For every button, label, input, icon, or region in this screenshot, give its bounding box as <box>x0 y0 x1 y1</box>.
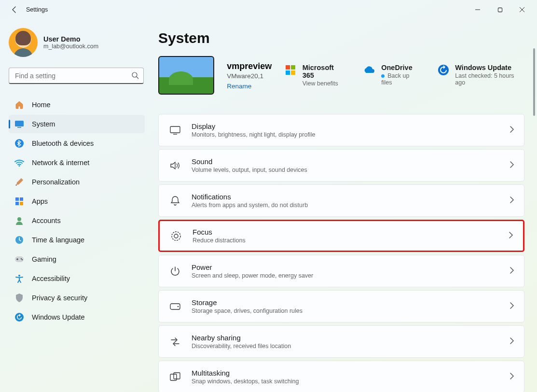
onedrive-title: OneDrive <box>381 64 421 71</box>
chevron-right-icon <box>509 302 514 311</box>
settings-item-power[interactable]: PowerScreen and sleep, power mode, energ… <box>158 255 524 287</box>
chevron-right-icon <box>509 337 514 346</box>
svg-point-14 <box>22 259 23 260</box>
search-icon <box>131 71 139 81</box>
account-profile[interactable]: User Demo m_lab@outlook.com <box>9 28 145 57</box>
svg-point-1 <box>132 72 137 77</box>
svg-point-26 <box>178 306 179 307</box>
focus-icon <box>170 230 182 242</box>
sidebar-item-label: Bluetooth & devices <box>32 140 94 147</box>
device-thumbnail[interactable] <box>158 56 214 95</box>
chevron-right-icon <box>509 373 514 381</box>
sound-icon <box>169 160 181 171</box>
quick-link-ms365[interactable]: Microsoft 365 View benefits <box>284 64 346 87</box>
svg-rect-8 <box>15 202 19 205</box>
nav-list: HomeSystemBluetooth & devicesNetwork & i… <box>9 96 145 326</box>
sidebar-item-home[interactable]: Home <box>9 96 145 114</box>
sidebar-item-label: Home <box>32 101 51 109</box>
sidebar-item-system[interactable]: System <box>9 115 145 133</box>
back-button[interactable] <box>9 4 20 15</box>
sidebar-item-bluetooth[interactable]: Bluetooth & devices <box>9 134 145 153</box>
close-button[interactable] <box>511 2 533 17</box>
search-wrap <box>9 68 144 84</box>
svg-rect-22 <box>170 126 180 133</box>
sidebar-item-time[interactable]: Time & language <box>9 231 145 249</box>
svg-point-15 <box>18 275 20 277</box>
display-icon <box>169 125 181 136</box>
device-model: VMware20,1 <box>227 72 272 80</box>
svg-rect-0 <box>498 8 502 12</box>
sidebar-item-network[interactable]: Network & internet <box>9 154 145 172</box>
sidebar-item-update[interactable]: Windows Update <box>9 308 145 326</box>
user-name: User Demo <box>43 35 98 43</box>
sidebar-item-personalization[interactable]: Personalization <box>9 173 145 191</box>
sidebar-item-gaming[interactable]: Gaming <box>9 250 145 268</box>
nearby-icon <box>169 336 181 348</box>
svg-point-23 <box>172 232 180 240</box>
windows-update-icon <box>437 64 449 76</box>
sidebar-item-apps[interactable]: Apps <box>9 192 145 210</box>
sidebar-item-privacy[interactable]: Privacy & security <box>9 289 145 307</box>
notifications-icon <box>169 195 181 207</box>
update-title: Windows Update <box>455 64 524 71</box>
item-title: Display <box>192 122 315 130</box>
update-sub: Last checked: 5 hours ago <box>455 72 524 86</box>
apps-icon <box>14 196 24 206</box>
sidebar-item-accessibility[interactable]: Accessibility <box>9 269 145 288</box>
settings-item-sound[interactable]: SoundVolume levels, output, input, sound… <box>158 149 524 182</box>
search-input[interactable] <box>9 68 144 84</box>
rename-link[interactable]: Rename <box>227 83 272 90</box>
storage-icon <box>169 301 181 312</box>
item-subtitle: Screen and sleep, power mode, energy sav… <box>192 272 313 279</box>
item-subtitle: Snap windows, desktops, task switching <box>192 378 299 385</box>
item-title: Nearby sharing <box>192 334 291 342</box>
settings-item-focus[interactable]: FocusReduce distractions <box>158 220 524 252</box>
bluetooth-icon <box>14 139 24 148</box>
item-title: Notifications <box>192 193 308 201</box>
svg-point-13 <box>21 258 22 259</box>
sidebar-item-label: Privacy & security <box>32 294 87 302</box>
sidebar-item-label: Windows Update <box>32 313 85 321</box>
settings-item-nearby[interactable]: Nearby sharingDiscoverability, received … <box>158 325 524 358</box>
main-content: System vmpreview VMware20,1 Rename <box>150 19 537 392</box>
privacy-icon <box>14 293 24 303</box>
scrollbar[interactable] <box>533 48 535 116</box>
maximize-button[interactable] <box>489 2 511 17</box>
item-title: Storage <box>192 298 303 307</box>
quick-link-onedrive[interactable]: OneDrive Back up files <box>363 64 421 86</box>
home-icon <box>14 100 24 110</box>
item-title: Power <box>192 263 313 271</box>
accounts-icon <box>14 216 24 225</box>
device-name: vmpreview <box>227 61 272 71</box>
titlebar: Settings <box>0 0 537 19</box>
settings-item-display[interactable]: DisplayMonitors, brightness, night light… <box>158 114 524 146</box>
system-icon <box>14 119 24 129</box>
gaming-icon <box>14 254 24 264</box>
onedrive-icon <box>363 64 375 76</box>
chevron-right-icon <box>509 126 514 135</box>
chevron-right-icon <box>509 232 513 240</box>
minimize-button[interactable] <box>467 2 489 17</box>
avatar <box>9 28 38 57</box>
item-title: Multitasking <box>192 369 299 377</box>
svg-rect-17 <box>286 65 290 70</box>
settings-item-multitasking[interactable]: MultitaskingSnap windows, desktops, task… <box>158 361 524 392</box>
settings-item-notifications[interactable]: NotificationsAlerts from apps and system… <box>158 184 524 217</box>
settings-item-storage[interactable]: StorageStorage space, drives, configurat… <box>158 290 524 322</box>
sidebar-item-label: Accounts <box>32 217 61 224</box>
quick-link-update[interactable]: Windows Update Last checked: 5 hours ago <box>437 64 524 86</box>
time-icon <box>14 235 24 245</box>
user-email: m_lab@outlook.com <box>43 43 98 50</box>
page-title: System <box>158 30 524 46</box>
sidebar-item-accounts[interactable]: Accounts <box>9 211 145 230</box>
svg-point-10 <box>17 217 21 221</box>
sidebar-item-label: Network & internet <box>32 159 89 167</box>
item-subtitle: Volume levels, output, input, sound devi… <box>192 167 307 173</box>
svg-rect-2 <box>15 121 24 126</box>
window-title: Settings <box>26 6 48 13</box>
item-subtitle: Storage space, drives, configuration rul… <box>192 308 303 314</box>
svg-point-5 <box>19 165 20 167</box>
sidebar-item-label: Time & language <box>32 236 84 244</box>
sidebar-item-label: Gaming <box>32 255 56 263</box>
sidebar-item-label: Apps <box>32 197 48 205</box>
